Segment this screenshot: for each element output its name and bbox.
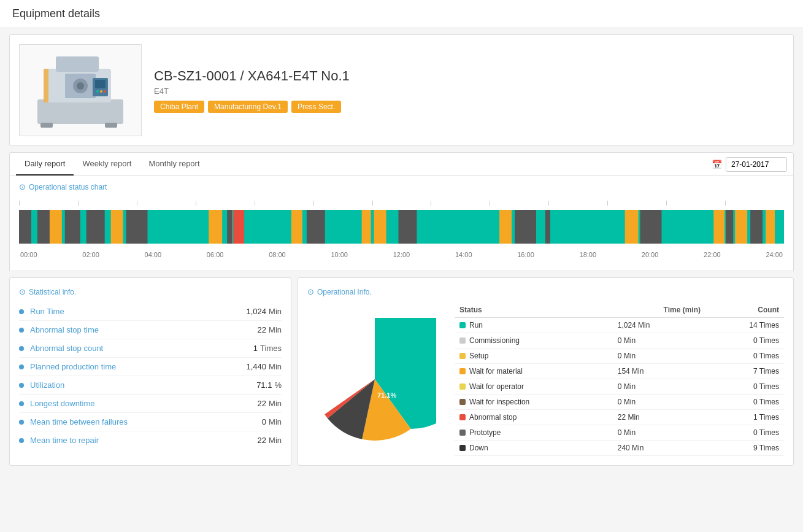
op-count-cell: 0 Times <box>705 425 784 441</box>
date-picker: 📅 <box>712 157 787 172</box>
equipment-tag: Manufacturing Dev.1 <box>208 101 288 113</box>
svg-rect-13 <box>105 123 117 128</box>
svg-rect-20 <box>111 210 123 244</box>
svg-rect-23 <box>362 210 371 244</box>
svg-point-8 <box>104 90 106 93</box>
op-status-cell: Prototype <box>455 425 613 441</box>
stat-value: 0 <box>262 417 266 426</box>
stat-item: Abnormal stop time 22 Min <box>19 321 282 339</box>
stat-bullet <box>19 401 24 406</box>
tab-weekly-report[interactable]: Weekly report <box>74 153 140 175</box>
svg-rect-11 <box>44 69 48 102</box>
stat-unit: Min <box>269 307 282 316</box>
stat-value: 1 <box>253 344 258 353</box>
equipment-tags: Chiba PlantManufacturing Dev.1Press Sect… <box>154 101 784 113</box>
stat-label: Longest downtime <box>30 399 258 408</box>
stat-unit: Min <box>269 325 282 334</box>
status-dot <box>459 445 466 451</box>
status-dot <box>459 353 466 359</box>
svg-point-7 <box>100 90 102 93</box>
op-time-cell: 0 Min <box>613 349 705 364</box>
op-time-cell: 0 Min <box>613 425 705 441</box>
stat-unit: Min <box>269 362 282 371</box>
op-table-row: Wait for operator 0 Min 0 Times <box>455 379 784 395</box>
pie-chart <box>313 318 436 441</box>
op-status-name: Down <box>469 444 488 452</box>
stat-bullet <box>19 438 24 443</box>
stat-value: 22 <box>258 399 266 408</box>
op-count-cell: 0 Times <box>705 395 784 410</box>
stat-item: Utilization 71.1 % <box>19 376 282 395</box>
op-time-cell: 22 Min <box>613 410 705 425</box>
op-count-cell: 7 Times <box>705 364 784 379</box>
operational-table: Status Time (min) Count Run 1,024 Min 14… <box>455 303 784 456</box>
svg-rect-30 <box>126 210 148 244</box>
stat-list: Run Time 1,024 Min Abnormal stop time 22… <box>19 303 282 449</box>
svg-rect-2 <box>56 56 99 72</box>
operational-section: Operational Info. <box>298 277 794 466</box>
svg-rect-19 <box>50 210 62 244</box>
op-time-cell: 1,024 Min <box>613 318 705 333</box>
op-status-name: Abnormal stop <box>469 413 517 422</box>
op-count-cell: 0 Times <box>705 333 784 349</box>
op-header-time: Time (min) <box>613 303 705 318</box>
svg-point-10 <box>77 82 84 90</box>
stat-unit: Min <box>269 436 282 445</box>
op-table-body: Run 1,024 Min 14 Times Commissioning 0 M… <box>455 318 784 456</box>
svg-rect-27 <box>713 210 724 244</box>
stat-label: Abnormal stop time <box>30 325 258 334</box>
timeline-axis: 00:0002:0004:0006:00 08:0010:0012:0014:0… <box>19 251 784 258</box>
stat-unit: Min <box>269 417 282 426</box>
svg-rect-39 <box>233 210 244 244</box>
equipment-info: CB-SZ1-0001 / XA641-E4T No.1 E4T Chiba P… <box>154 68 784 113</box>
status-dot <box>459 430 466 436</box>
op-status-name: Wait for operator <box>469 382 524 391</box>
op-status-name: Wait for inspection <box>469 398 529 406</box>
tab-monthly-report[interactable]: Monthly report <box>140 153 208 175</box>
page-title: Equipment details <box>12 7 791 20</box>
op-table-row: Down 240 Min 9 Times <box>455 441 784 456</box>
op-time-cell: 0 Min <box>613 395 705 410</box>
op-table-row: Abnormal stop 22 Min 1 Times <box>455 410 784 425</box>
op-count-cell: 0 Times <box>705 379 784 395</box>
status-dot <box>459 322 466 328</box>
svg-point-6 <box>96 90 99 93</box>
op-count-cell: 1 Times <box>705 410 784 425</box>
svg-rect-35 <box>545 210 550 244</box>
svg-rect-31 <box>227 210 232 244</box>
stat-bullet <box>19 328 24 333</box>
svg-rect-29 <box>766 210 775 244</box>
op-status-cell: Commissioning <box>455 333 613 349</box>
stat-unit: % <box>274 380 282 390</box>
stat-bullet <box>19 420 24 425</box>
svg-rect-34 <box>515 210 536 244</box>
stat-unit: Times <box>260 344 282 353</box>
op-time-cell: 240 Min <box>613 441 705 456</box>
svg-rect-17 <box>65 210 80 244</box>
svg-rect-24 <box>374 210 386 244</box>
stat-item: Planned production time 1,440 Min <box>19 358 282 376</box>
equipment-tag: Chiba Plant <box>154 101 204 113</box>
status-dot <box>459 399 466 405</box>
stat-value: 22 <box>258 436 266 445</box>
svg-rect-5 <box>95 80 106 88</box>
op-status-cell: Wait for material <box>455 364 613 379</box>
chart-title: Operational status chart <box>19 182 784 191</box>
stat-label: Run Time <box>30 307 247 316</box>
timeline-ticks <box>19 201 784 206</box>
op-table-row: Wait for inspection 0 Min 0 Times <box>455 395 784 410</box>
bottom-row: Statistical info. Run Time 1,024 Min Abn… <box>9 277 794 466</box>
equipment-card: CB-SZ1-0001 / XA641-E4T No.1 E4T Chiba P… <box>9 34 794 146</box>
date-input[interactable] <box>726 157 787 172</box>
op-table-row: Commissioning 0 Min 0 Times <box>455 333 784 349</box>
equipment-image <box>19 44 142 136</box>
svg-rect-15 <box>19 210 31 244</box>
svg-rect-25 <box>499 210 512 244</box>
svg-rect-32 <box>307 210 325 244</box>
svg-rect-36 <box>640 210 662 244</box>
tab-daily-report[interactable]: Daily report <box>16 153 74 175</box>
stats-section: Statistical info. Run Time 1,024 Min Abn… <box>9 277 291 466</box>
op-status-cell: Setup <box>455 349 613 364</box>
op-table-row: Setup 0 Min 0 Times <box>455 349 784 364</box>
svg-rect-33 <box>399 210 417 244</box>
